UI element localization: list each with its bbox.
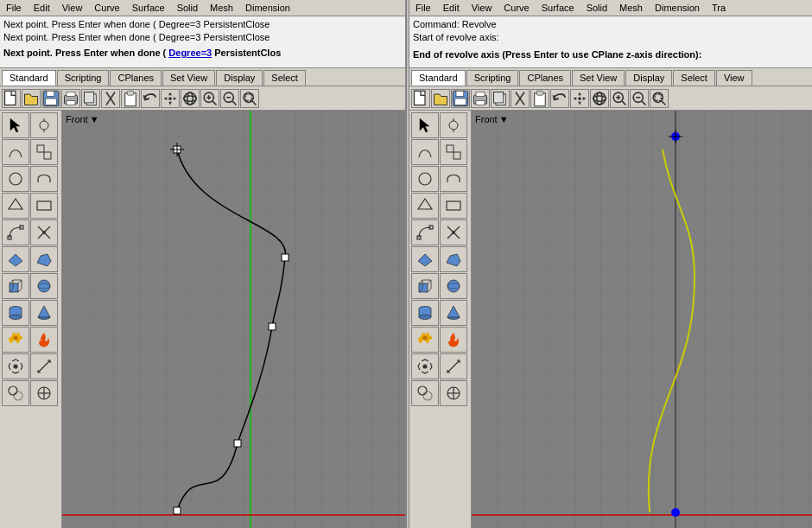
tool-circle[interactable]: [2, 166, 29, 192]
tool-surface1[interactable]: [2, 246, 29, 272]
tool-circle2[interactable]: [30, 380, 58, 406]
tool-arc-r[interactable]: [440, 166, 467, 192]
menu-tra-r[interactable]: Tra: [709, 2, 728, 14]
tab-standard-left[interactable]: Standard: [2, 70, 56, 86]
tab-scripting-left[interactable]: Scripting: [57, 70, 110, 86]
menu-curve-r[interactable]: Curve: [501, 2, 531, 14]
tool-scale[interactable]: [30, 353, 58, 379]
tab-select-right[interactable]: Select: [673, 70, 715, 86]
menu-view[interactable]: View: [60, 2, 86, 14]
tool-curve1[interactable]: [2, 139, 29, 165]
tool-trim[interactable]: [30, 219, 58, 245]
tab-standard-right[interactable]: Standard: [411, 70, 466, 86]
tool-cone-r[interactable]: [440, 300, 467, 326]
tool-sphere[interactable]: [30, 273, 58, 299]
left-viewport[interactable]: Front ▼: [62, 111, 405, 528]
tool-scale-r[interactable]: [440, 353, 467, 379]
btn-orbit[interactable]: [181, 89, 200, 108]
btn-cut-r[interactable]: [511, 89, 530, 108]
btn-print[interactable]: [61, 89, 80, 108]
tool-curve2-r[interactable]: [440, 139, 467, 165]
tool-arc[interactable]: [30, 166, 58, 192]
tool-rect-r[interactable]: [440, 193, 467, 219]
menu-curve[interactable]: Curve: [92, 2, 122, 14]
menu-edit[interactable]: Edit: [31, 2, 53, 14]
btn-print-r[interactable]: [471, 89, 490, 108]
menu-view-r[interactable]: View: [469, 2, 495, 14]
menu-edit-r[interactable]: Edit: [441, 2, 462, 14]
tool-surface2-r[interactable]: [440, 246, 467, 272]
menu-mesh[interactable]: Mesh: [207, 2, 236, 14]
btn-save[interactable]: [41, 89, 60, 108]
tool-surface2[interactable]: [30, 246, 58, 272]
tool-circle-r[interactable]: [411, 166, 439, 192]
right-viewport[interactable]: Front ▼: [472, 111, 812, 528]
btn-zoom-extent[interactable]: [240, 89, 259, 108]
tool-curve2[interactable]: [30, 139, 58, 165]
btn-copy2[interactable]: [81, 89, 100, 108]
tool-trim-r[interactable]: [440, 219, 467, 245]
tab-display-left[interactable]: Display: [216, 70, 263, 86]
tab-scripting-right[interactable]: Scripting: [466, 70, 519, 86]
tool-fillet[interactable]: [2, 219, 29, 245]
menu-dimension-r[interactable]: Dimension: [652, 2, 702, 14]
tab-cplanes-right[interactable]: CPlanes: [519, 70, 571, 86]
tool-cylinder-r[interactable]: [411, 300, 439, 326]
tool-select2[interactable]: [30, 112, 58, 138]
tool-select-r[interactable]: [411, 112, 439, 138]
tool-sphere-r[interactable]: [440, 273, 467, 299]
tab-cplanes-left[interactable]: CPlanes: [110, 70, 162, 86]
tool-box-r[interactable]: [411, 273, 439, 299]
btn-cut[interactable]: [101, 89, 120, 108]
menu-solid[interactable]: Solid: [174, 2, 200, 14]
tab-select-left[interactable]: Select: [263, 70, 306, 86]
btn-undo[interactable]: [141, 89, 160, 108]
tool-move-r[interactable]: [411, 353, 439, 379]
btn-undo-r[interactable]: [550, 89, 569, 108]
tool-circle2-r[interactable]: [440, 380, 467, 406]
tool-analysis[interactable]: [2, 380, 29, 406]
menu-file-r[interactable]: File: [413, 2, 434, 14]
tool-cone[interactable]: [30, 300, 58, 326]
tool-select[interactable]: [2, 112, 29, 138]
menu-dimension[interactable]: Dimension: [243, 2, 293, 14]
tool-settings[interactable]: [2, 327, 29, 353]
btn-paste[interactable]: [121, 89, 140, 108]
menu-mesh-r[interactable]: Mesh: [617, 2, 645, 14]
btn-zoom-out[interactable]: [220, 89, 239, 108]
btn-new-r[interactable]: [411, 89, 430, 108]
btn-copy2-r[interactable]: [491, 89, 510, 108]
menu-solid-r[interactable]: Solid: [584, 2, 610, 14]
tool-settings-r[interactable]: [411, 327, 439, 353]
degree-link[interactable]: Degree=3: [168, 48, 212, 58]
tool-surface1-r[interactable]: [411, 246, 439, 272]
tool-fire[interactable]: [30, 327, 58, 353]
btn-open-r[interactable]: [431, 89, 450, 108]
btn-zoom-extent-r[interactable]: [650, 89, 669, 108]
right-view-arrow[interactable]: ▼: [499, 114, 509, 124]
btn-open[interactable]: [22, 89, 41, 108]
tab-view-right[interactable]: View: [716, 70, 752, 86]
tab-setview-left[interactable]: Set View: [162, 70, 215, 86]
tool-analysis-r[interactable]: [411, 380, 439, 406]
btn-pan-r[interactable]: [570, 89, 589, 108]
tool-fillet-r[interactable]: [411, 219, 439, 245]
btn-pan[interactable]: [161, 89, 180, 108]
tool-move[interactable]: [2, 353, 29, 379]
tool-fire-r[interactable]: [440, 327, 467, 353]
btn-zoom-in[interactable]: [200, 89, 219, 108]
menu-file[interactable]: File: [3, 2, 24, 14]
btn-save-r[interactable]: [451, 89, 470, 108]
btn-paste-r[interactable]: [530, 89, 549, 108]
left-view-arrow[interactable]: ▼: [90, 114, 99, 124]
menu-surface-r[interactable]: Surface: [539, 2, 577, 14]
tool-rect[interactable]: [30, 193, 58, 219]
btn-new[interactable]: [2, 89, 21, 108]
tool-polygon[interactable]: [2, 193, 29, 219]
tool-select2-r[interactable]: [440, 112, 467, 138]
tool-box[interactable]: [2, 273, 29, 299]
tool-polygon-r[interactable]: [411, 193, 439, 219]
menu-surface[interactable]: Surface: [130, 2, 168, 14]
btn-orbit-r[interactable]: [590, 89, 609, 108]
btn-zoom-in-r[interactable]: [610, 89, 629, 108]
